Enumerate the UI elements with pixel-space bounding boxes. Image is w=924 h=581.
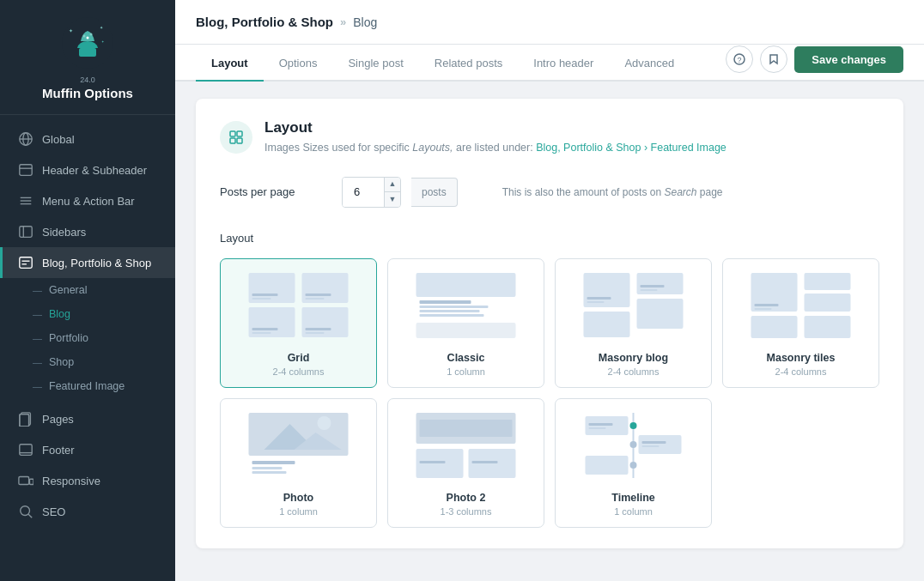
sidebar-item-sidebars[interactable]: Sidebars [0,216,175,247]
sidebar-sub-featured[interactable]: — Featured Image [0,374,175,398]
masonry-tiles-preview [733,271,868,340]
svg-point-2 [83,35,86,38]
shop-sub-label: Shop [49,356,74,368]
sidebar-icon [18,224,33,239]
sidebar-item-blog[interactable]: Blog, Portfolio & Shop [0,247,175,278]
layout-card-grid[interactable]: Grid 2-4 columns [220,258,377,388]
pages-icon [18,411,33,427]
timeline-name: Timeline [566,492,701,504]
header-label: Header & Subheader [42,164,147,177]
tabs-bar: Layout Options Single post Related posts… [175,45,924,82]
main-content: Blog, Portfolio & Shop » Blog Layout Opt… [175,0,924,581]
svg-point-28 [21,506,30,516]
sidebar-sub-blog[interactable]: — Blog [0,302,175,326]
svg-rect-92 [642,445,660,447]
sidebar-logo: ✦ ✦ ✦ 24.0 Muffin Options [0,0,175,115]
svg-rect-66 [805,316,851,338]
photo2-preview [398,411,533,480]
sidebar-sub-portfolio[interactable]: — Portfolio [0,326,175,350]
bookmark-icon [768,53,780,65]
svg-rect-90 [589,427,606,429]
layout-section-label: Layout [220,232,879,245]
sidebar-item-header[interactable]: Header & Subheader [0,154,175,185]
tab-layout[interactable]: Layout [196,45,264,82]
svg-rect-45 [252,332,271,334]
svg-rect-63 [805,273,851,290]
svg-rect-34 [230,138,235,143]
help-button[interactable]: ? [726,45,753,73]
svg-rect-75 [252,471,287,474]
photo2-sub: 1-3 columns [398,506,533,517]
photo-sub: 1 column [231,506,366,517]
breadcrumb-separator: » [340,15,346,28]
layout-card-classic[interactable]: Classic 1 column [387,258,544,388]
spinner-up[interactable]: ▲ [385,178,400,192]
svg-point-88 [630,462,637,469]
sidebar-sub-general[interactable]: — General [0,278,175,302]
svg-rect-61 [641,289,658,291]
svg-text:?: ? [738,56,742,64]
posts-per-page-label: Posts per page [220,185,331,198]
bookmark-button[interactable] [760,45,787,73]
svg-rect-77 [420,420,513,437]
sidebar-item-global[interactable]: Global [0,124,175,154]
content-area: Layout Images Sizes used for specific La… [175,82,924,581]
tab-advanced[interactable]: Advanced [609,45,690,82]
sidebar-item-pages[interactable]: Pages [0,403,175,434]
breadcrumb: Blog, Portfolio & Shop » Blog [196,15,377,29]
svg-rect-1 [79,48,96,57]
svg-rect-81 [472,461,498,463]
sidebar-item-seo[interactable]: SEO [0,496,175,527]
menu-icon [18,193,33,209]
seo-icon [18,504,33,519]
posts-per-page-input[interactable] [343,178,384,207]
seo-label: SEO [42,505,65,518]
global-label: Global [42,133,75,146]
svg-rect-85 [639,435,682,454]
classic-name: Classic [398,352,533,364]
masonry-blog-sub: 2-4 columns [566,366,701,377]
svg-rect-50 [420,306,489,308]
tab-intro-header[interactable]: Intro header [518,45,609,82]
tab-options[interactable]: Options [264,45,333,82]
save-button[interactable]: Save changes [794,46,903,73]
svg-rect-46 [306,328,331,330]
svg-rect-32 [230,131,235,136]
posts-hint: This is also the amount of posts on Sear… [502,186,723,198]
responsive-icon [18,473,33,488]
sidebar-item-menu[interactable]: Menu & Action Bar [0,185,175,216]
blog-label: Blog, Portfolio & Shop [42,257,151,269]
layout-grid-row1: Grid 2-4 columns Classic 1 column [220,258,879,388]
layout-card-photo2[interactable]: Photo 2 1-3 columns [387,398,544,528]
svg-rect-65 [751,316,798,338]
svg-point-4 [87,37,89,39]
sidebar-item-footer[interactable]: Footer [0,434,175,465]
layout-card-photo[interactable]: Photo 1 column [220,398,377,528]
footer-icon [18,442,33,457]
sidebar-item-responsive[interactable]: Responsive [0,465,175,496]
layout-card-timeline[interactable]: Timeline 1 column [555,398,712,528]
layout-card-masonry-tiles[interactable]: Masonry tiles 2-4 columns [722,258,879,388]
version-badge: 24.0 [80,76,95,84]
grid-name: Grid [231,352,366,364]
svg-rect-67 [755,304,779,306]
posts-per-page-row: Posts per page ▲ ▼ posts This is also th… [220,177,879,208]
svg-rect-80 [420,461,446,463]
tab-single-post[interactable]: Single post [332,45,418,82]
sidebar-sub-shop[interactable]: — Shop [0,350,175,374]
help-icon: ? [733,53,745,65]
panel-icon [220,121,252,154]
logo-icon: ✦ ✦ ✦ [62,17,113,69]
tab-related-posts[interactable]: Related posts [419,45,519,82]
svg-text:✦: ✦ [100,25,103,30]
svg-rect-41 [252,298,271,300]
layout-card-masonry-blog[interactable]: Masonry blog 2-4 columns [555,258,712,388]
featured-image-link[interactable]: Blog, Portfolio & Shop › Featured Image [536,142,726,154]
spinner-down[interactable]: ▼ [385,192,400,207]
svg-rect-42 [306,294,331,296]
layout-grid-row2: Photo 1 column Photo 2 1-3 co [220,398,879,528]
globe-icon [18,131,33,147]
svg-rect-43 [306,298,325,300]
svg-rect-74 [252,467,283,469]
svg-rect-57 [637,299,684,329]
